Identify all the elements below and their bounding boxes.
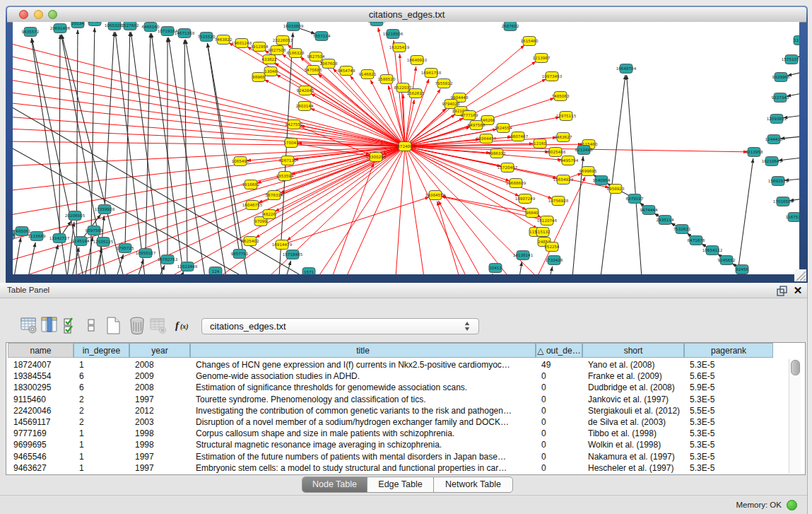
table-vertical-scrollbar[interactable] — [789, 359, 801, 473]
graph-node[interactable]: 1916682 — [242, 180, 260, 189]
graph-edge[interactable] — [627, 75, 642, 274]
graph-node[interactable]: 15718485 — [283, 250, 303, 259]
network-canvas[interactable]: 1872400794355722069140620134184371065328… — [13, 22, 799, 274]
table-selector-dropdown[interactable]: citations_edges.txt — [201, 318, 479, 334]
graph-node[interactable]: 8213498 — [575, 146, 593, 155]
graph-node[interactable]: 1244415 — [765, 135, 783, 144]
graph-node[interactable]: 1615480 — [521, 37, 539, 46]
graph-node[interactable]: 8471676 — [688, 236, 705, 245]
graph-node[interactable]: 6379197 — [626, 194, 644, 204]
column-header-title[interactable]: title — [190, 343, 536, 358]
graph-edge[interactable] — [519, 262, 522, 274]
graph-node[interactable]: 3912954 — [251, 42, 269, 52]
close-panel-icon[interactable]: ✕ — [792, 283, 804, 298]
graph-node[interactable]: 3824554 — [495, 124, 512, 133]
graph-node[interactable]: 9463627 — [555, 133, 572, 142]
graph-node[interactable]: 12975115 — [556, 112, 577, 121]
graph-node[interactable]: 20413 — [489, 264, 502, 273]
graph-edge[interactable] — [318, 74, 405, 146]
select-columns-icon[interactable] — [62, 316, 81, 335]
table-row[interactable]: 911546021997Tourette syndrome. Phenomeno… — [6, 394, 805, 405]
graph-edge[interactable] — [737, 158, 753, 274]
graph-edge[interactable] — [282, 197, 429, 245]
tab-edge-table[interactable]: Edge Table — [367, 477, 433, 492]
graph-node[interactable]: 19218506 — [383, 30, 404, 39]
graph-node[interactable]: 9242845 — [297, 86, 314, 95]
graph-edge[interactable] — [780, 136, 799, 139]
graph-edge[interactable] — [318, 146, 405, 274]
tab-node-table[interactable]: Node Table — [302, 477, 367, 492]
graph-node[interactable]: 7955812 — [435, 79, 453, 88]
graph-node[interactable]: 1562615 — [407, 89, 425, 98]
graph-node[interactable]: 1167533 — [786, 213, 799, 222]
graph-edge[interactable] — [14, 238, 20, 274]
graph-node[interactable]: 12160 — [534, 139, 546, 148]
graph-node[interactable]: 16046755 — [242, 201, 263, 210]
graph-node[interactable]: 10654112 — [702, 246, 722, 255]
graph-node[interactable]: 9097588 — [86, 226, 103, 235]
table-row[interactable]: 2242004622012Investigating the contribut… — [6, 405, 805, 416]
graph-edge[interactable] — [396, 146, 405, 274]
graph-node[interactable]: 18640910 — [407, 56, 428, 65]
graph-node[interactable]: 92456 — [736, 265, 748, 274]
table-row[interactable]: 946362711997Embryonic stem cells: a mode… — [6, 462, 805, 474]
graph-edge[interactable] — [13, 67, 405, 146]
graph-node[interactable]: 16325419 — [389, 43, 410, 52]
column-header-short[interactable]: short — [582, 343, 684, 358]
graph-node[interactable]: 2687682 — [502, 22, 519, 31]
graph-node[interactable]: 8813054 — [368, 22, 386, 26]
graph-node[interactable]: 17359928 — [95, 205, 115, 214]
graph-node[interactable]: 9474444 — [640, 206, 658, 215]
delete-icon[interactable] — [129, 316, 147, 335]
graph-node[interactable]: 13342737 — [49, 234, 70, 243]
graph-node[interactable]: 1571 — [302, 268, 315, 275]
graph-edge[interactable] — [405, 146, 424, 274]
graph-edge[interactable] — [601, 75, 625, 274]
graph-node[interactable]: 16961758 — [421, 69, 442, 78]
graph-node[interactable]: 9857791 — [231, 250, 249, 259]
graph-node[interactable]: 18437 — [88, 22, 101, 26]
graph-edge[interactable] — [207, 43, 240, 254]
table-row[interactable]: 1456911722003Disruption of a novel membe… — [6, 416, 805, 428]
graph-node[interactable]: 15720407 — [498, 163, 518, 173]
tab-network-table[interactable]: Network Table — [433, 477, 512, 492]
graph-node[interactable]: 433822 — [261, 55, 276, 64]
network-window-titlebar[interactable]: citations_edges.txt — [7, 7, 806, 23]
graph-edge[interactable] — [115, 32, 145, 274]
column-header-in_degree[interactable]: in_degree — [73, 343, 129, 358]
float-panel-icon[interactable] — [777, 286, 787, 296]
graph-node[interactable]: 8213958 — [746, 148, 763, 157]
graph-node[interactable]: 15654923 — [553, 175, 574, 185]
graph-node[interactable]: 16120746 — [537, 216, 558, 226]
graph-node[interactable]: 9427552 — [286, 120, 303, 129]
table-settings-icon[interactable] — [20, 316, 38, 335]
graph-node[interactable]: 12505125 — [93, 238, 114, 247]
graph-node[interactable]: 1145194 — [72, 237, 90, 246]
new-file-icon[interactable] — [105, 316, 123, 335]
graph-node[interactable]: 1588520 — [378, 75, 396, 84]
graph-node[interactable]: 9245652 — [718, 256, 736, 265]
function-builder-icon[interactable]: f(x) — [175, 316, 193, 335]
graph-node[interactable]: 10688609 — [506, 179, 526, 188]
graph-node[interactable]: 16914479 — [272, 240, 293, 250]
column-header-name[interactable]: name — [8, 343, 73, 358]
graph-node[interactable]: 7857224 — [313, 32, 331, 41]
graph-node[interactable]: 10958107 — [136, 249, 156, 258]
graph-node[interactable]: 9699695 — [579, 167, 597, 176]
graph-node[interactable]: 1527602 — [122, 22, 139, 30]
graph-node[interactable]: 13046 — [264, 67, 277, 76]
graph-node[interactable]: 12093852 — [767, 115, 787, 124]
resize-grip[interactable] — [794, 269, 806, 281]
graph-node[interactable]: 16210643 — [762, 157, 782, 166]
graph-edge[interactable] — [13, 42, 405, 146]
column-header-out_de[interactable]: △ out_de… — [536, 343, 582, 358]
graph-edge[interactable] — [28, 243, 35, 274]
graph-edge[interactable] — [105, 32, 114, 209]
graph-node[interactable]: 20206505 — [65, 211, 86, 221]
graph-node[interactable]: 17016504 — [773, 197, 794, 206]
table-row[interactable]: 1872400712008Changes of HCN gene express… — [6, 359, 805, 370]
graph-node[interactable]: 2367608 — [320, 59, 338, 69]
table-row[interactable]: 969969511998Structural magnetic resonanc… — [6, 439, 805, 450]
graph-node[interactable]: 7625402 — [242, 237, 259, 246]
graph-node[interactable]: 1065495 — [232, 157, 249, 166]
